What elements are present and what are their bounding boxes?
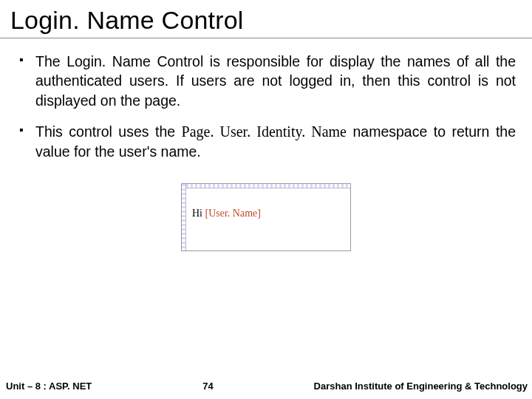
figure-container: Hi [User. Name] bbox=[16, 183, 516, 254]
designer-preview-box: Hi [User. Name] bbox=[181, 183, 351, 251]
bullet-item: The Login. Name Control is responsible f… bbox=[16, 52, 516, 110]
slide-footer: Unit – 8 : ASP. NET 74 Darshan Institute… bbox=[0, 377, 532, 399]
namespace-code: Page. User. Identity. Name bbox=[182, 123, 347, 140]
footer-org: Darshan Institute of Engineering & Techn… bbox=[314, 381, 528, 392]
footer-page-number: 74 bbox=[202, 381, 213, 392]
bullet-text: This control uses the bbox=[35, 123, 182, 140]
footer-unit: Unit – 8 : ASP. NET bbox=[6, 381, 92, 392]
bullet-item: This control uses the Page. User. Identi… bbox=[16, 122, 516, 161]
slide-title: Login. Name Control bbox=[0, 0, 532, 38]
designer-canvas: Hi [User. Name] bbox=[186, 188, 350, 250]
slide-content: The Login. Name Control is responsible f… bbox=[0, 38, 532, 254]
greeting-text: Hi bbox=[192, 208, 205, 219]
bullet-text: The Login. Name Control is responsible f… bbox=[35, 53, 516, 109]
username-placeholder: [User. Name] bbox=[205, 208, 261, 219]
